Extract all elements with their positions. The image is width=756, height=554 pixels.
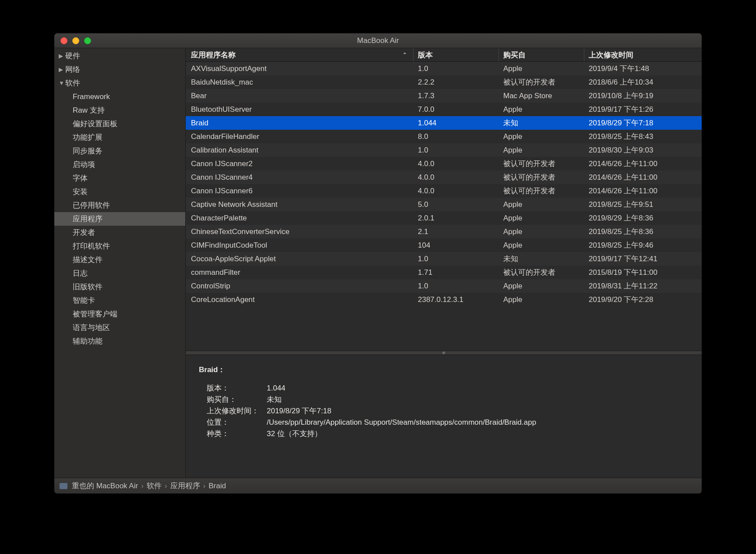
sidebar-item[interactable]: 被管理客户端	[54, 307, 185, 321]
breadcrumb-item[interactable]: Braid	[208, 482, 226, 490]
cell-source: Mac App Store	[499, 92, 584, 100]
cell-source: 被认可的开发者	[499, 159, 584, 169]
table-row[interactable]: BaiduNetdisk_mac2.2.2被认可的开发者2018/6/6 上午1…	[186, 75, 702, 89]
cell-source: Apple	[499, 214, 584, 223]
cell-source: 未知	[499, 118, 584, 128]
sidebar-item[interactable]: 描述文件	[54, 253, 185, 266]
table-row[interactable]: CIMFindInputCodeTool104Apple2019/8/25 上午…	[186, 238, 702, 252]
cell-modified: 2019/8/25 上午9:51	[584, 199, 702, 210]
table-row[interactable]: Braid1.044未知2019/8/29 下午7:18	[186, 116, 702, 130]
close-icon[interactable]	[60, 37, 67, 44]
disclosure-down-icon[interactable]: ▼	[59, 80, 65, 86]
cell-modified: 2014/6/26 上午11:00	[584, 159, 702, 169]
detail-value-modified: 2019/8/29 下午7:18	[267, 405, 689, 417]
sidebar-item[interactable]: 已停用软件	[54, 199, 185, 212]
cell-name: BluetoothUIServer	[186, 105, 413, 114]
table-row[interactable]: Calibration Assistant1.0Apple2019/8/30 上…	[186, 143, 702, 157]
computer-icon	[60, 483, 67, 489]
sidebar-category[interactable]: ▼软件	[54, 76, 185, 90]
cell-modified: 2019/8/30 上午9:03	[584, 145, 702, 155]
sidebar-item[interactable]: 打印机软件	[54, 239, 185, 253]
zoom-icon[interactable]	[84, 37, 91, 44]
sidebar-item[interactable]: 启动项	[54, 158, 185, 171]
cell-name: ChineseTextConverterService	[186, 227, 413, 236]
table-row[interactable]: CalendarFileHandler8.0Apple2019/8/25 上午8…	[186, 130, 702, 143]
table-row[interactable]: CharacterPalette2.0.1Apple2019/8/29 上午8:…	[186, 211, 702, 225]
sidebar-item[interactable]: 旧版软件	[54, 280, 185, 294]
sort-ascending-icon: ⌃	[403, 52, 407, 58]
column-header-name[interactable]: 应用程序名称 ⌃	[186, 48, 413, 61]
table-row[interactable]: Captive Network Assistant5.0Apple2019/8/…	[186, 198, 702, 211]
sidebar-item[interactable]: Raw 支持	[54, 103, 185, 117]
titlebar[interactable]: MacBook Air	[54, 33, 702, 48]
table-body[interactable]: AXVisualSupportAgent1.0Apple2019/9/4 下午1…	[186, 62, 702, 351]
sidebar-category[interactable]: ▶硬件	[54, 49, 185, 63]
breadcrumb-item[interactable]: 软件	[147, 481, 162, 491]
sidebar-item[interactable]: 应用程序	[54, 212, 185, 226]
column-header-version[interactable]: 版本	[413, 48, 499, 61]
cell-source: 被认可的开发者	[499, 186, 584, 196]
table-row[interactable]: BluetoothUIServer7.0.0Apple2019/9/17 下午1…	[186, 103, 702, 116]
sidebar-item[interactable]: 同步服务	[54, 144, 185, 158]
table-row[interactable]: AXVisualSupportAgent1.0Apple2019/9/4 下午1…	[186, 62, 702, 75]
cell-name: CalendarFileHandler	[186, 132, 413, 141]
sidebar-item[interactable]: Framework	[54, 90, 185, 103]
breadcrumb-item[interactable]: 应用程序	[170, 481, 200, 491]
detail-pane: Braid： 版本：1.044 购买自：未知 上次修改时间：2019/8/29 …	[186, 355, 702, 478]
sidebar-item[interactable]: 功能扩展	[54, 131, 185, 144]
sidebar-item[interactable]: 辅助功能	[54, 334, 185, 348]
detail-label-location: 位置：	[199, 417, 267, 428]
disclosure-right-icon[interactable]: ▶	[59, 53, 65, 59]
table-row[interactable]: Canon IJScanner44.0.0被认可的开发者2014/6/26 上午…	[186, 170, 702, 184]
cell-modified: 2019/8/31 上午11:22	[584, 281, 702, 291]
cell-source: Apple	[499, 146, 584, 155]
table-row[interactable]: Cocoa-AppleScript Applet1.0未知2019/9/17 下…	[186, 252, 702, 266]
cell-modified: 2019/9/20 下午2:28	[584, 295, 702, 305]
table-row[interactable]: Canon IJScanner24.0.0被认可的开发者2014/6/26 上午…	[186, 157, 702, 170]
breadcrumb-item[interactable]: 重也的 MacBook Air	[72, 481, 138, 491]
cell-modified: 2019/8/25 上午9:46	[584, 240, 702, 250]
cell-version: 1.7.3	[413, 92, 499, 100]
cell-source: Apple	[499, 200, 584, 209]
table-row[interactable]: ChineseTextConverterService2.1Apple2019/…	[186, 225, 702, 238]
cell-source: Apple	[499, 105, 584, 114]
cell-version: 2.0.1	[413, 214, 499, 223]
table-row[interactable]: Bear1.7.3Mac App Store2019/10/8 上午9:19	[186, 89, 702, 103]
sidebar-category[interactable]: ▶网络	[54, 63, 185, 76]
cell-version: 2387.0.12.3.1	[413, 295, 499, 304]
sidebar-item[interactable]: 字体	[54, 171, 185, 185]
table-row[interactable]: ControlStrip1.0Apple2019/8/31 上午11:22	[186, 279, 702, 293]
detail-value-location: /Users/pp/Library/Application Support/St…	[267, 417, 689, 428]
sidebar-item[interactable]: 开发者	[54, 226, 185, 239]
cell-modified: 2014/6/26 上午11:00	[584, 172, 702, 182]
cell-name: Braid	[186, 119, 413, 128]
window-title: MacBook Air	[54, 36, 702, 45]
cell-modified: 2019/9/4 下午1:48	[584, 64, 702, 74]
cell-modified: 2014/6/26 上午11:00	[584, 186, 702, 196]
disclosure-right-icon[interactable]: ▶	[59, 66, 65, 73]
cell-name: Cocoa-AppleScript Applet	[186, 255, 413, 263]
minimize-icon[interactable]	[72, 37, 79, 44]
pane-splitter[interactable]	[186, 351, 702, 355]
cell-source: Apple	[499, 64, 584, 73]
sidebar-item[interactable]: 语言与地区	[54, 321, 185, 334]
table-row[interactable]: commandFilter1.71被认可的开发者2015/8/19 下午11:0…	[186, 266, 702, 279]
cell-version: 1.0	[413, 146, 499, 155]
column-header-modified[interactable]: 上次修改时间	[584, 50, 702, 60]
cell-name: CIMFindInputCodeTool	[186, 241, 413, 250]
detail-value-version: 1.044	[267, 383, 689, 394]
table-row[interactable]: CoreLocationAgent2387.0.12.3.1Apple2019/…	[186, 293, 702, 306]
sidebar-item[interactable]: 日志	[54, 266, 185, 280]
column-header-source[interactable]: 购买自	[499, 48, 584, 61]
column-header-name-label: 应用程序名称	[191, 50, 236, 60]
detail-label-modified: 上次修改时间：	[199, 405, 267, 417]
cell-version: 1.0	[413, 64, 499, 73]
sidebar-item[interactable]: 智能卡	[54, 294, 185, 307]
table-row[interactable]: Canon IJScanner64.0.0被认可的开发者2014/6/26 上午…	[186, 184, 702, 198]
sidebar-item[interactable]: 安装	[54, 185, 185, 199]
cell-name: Canon IJScanner6	[186, 187, 413, 195]
sidebar-item[interactable]: 偏好设置面板	[54, 117, 185, 131]
cell-version: 8.0	[413, 132, 499, 141]
cell-version: 1.71	[413, 268, 499, 277]
traffic-lights	[54, 37, 91, 44]
